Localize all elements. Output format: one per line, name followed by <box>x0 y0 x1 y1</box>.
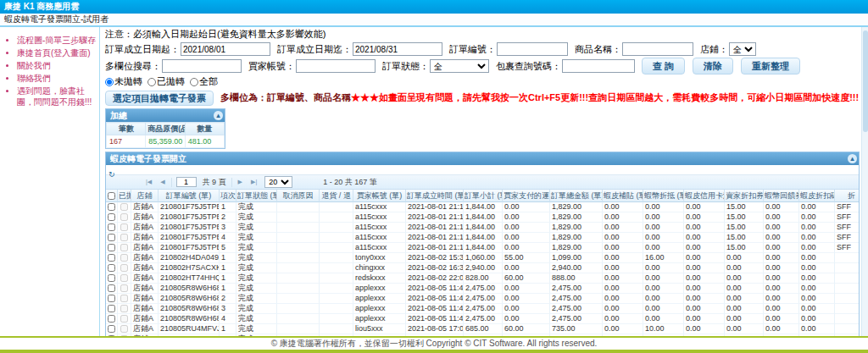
cell-cancel_reason <box>277 253 320 263</box>
row-select-checkbox[interactable] <box>108 203 115 211</box>
cell-subtotal: 2,475.00 <box>464 314 503 324</box>
collapse-icon[interactable]: ▴ <box>214 111 223 120</box>
row-select-checkbox[interactable] <box>108 274 115 282</box>
row-select-checkbox[interactable] <box>108 305 115 312</box>
cell-discount_code: 0.00 <box>799 284 835 294</box>
select-all-checkbox[interactable] <box>108 192 115 200</box>
cell-return_info <box>320 223 353 233</box>
row-select-checkbox[interactable] <box>108 325 115 333</box>
column-header[interactable]: 訂單狀態 (單) <box>236 190 277 202</box>
cell-credit_card: 0.00 <box>684 294 725 304</box>
totals-table: 筆數商品原價(品)數量 16785,359.00481.00 <box>106 122 225 148</box>
radio-input-1[interactable] <box>147 78 156 86</box>
row-select-checkbox[interactable] <box>108 223 115 231</box>
sidebar-item[interactable]: 康捷首頁(登入畫面) <box>17 47 97 58</box>
row-select-checkbox[interactable] <box>108 234 115 241</box>
row-select-checkbox[interactable] <box>108 213 115 221</box>
cell-discount_code: 0.00 <box>799 233 835 243</box>
row-select-checkbox[interactable] <box>108 254 115 262</box>
page-number-input[interactable] <box>176 177 197 187</box>
sidebar-item[interactable]: 聯絡我們 <box>17 73 97 84</box>
collapse-icon[interactable]: ▴ <box>848 154 857 163</box>
cell-status: 完成 <box>236 202 277 212</box>
refresh-icon[interactable]: ↻ <box>108 170 115 179</box>
column-header[interactable]: 退貨 / 退 <box>320 190 353 202</box>
column-header[interactable]: 賣家折扣券折 <box>725 190 764 202</box>
sidebar-item[interactable]: 遇到問題，臉書社團，問問題不用錢!!! <box>17 85 97 108</box>
cell-cancel_reason <box>277 233 320 243</box>
cell-extra: SFF <box>835 233 859 243</box>
product-name-input[interactable] <box>622 42 693 56</box>
order-status-select[interactable]: 全 <box>430 59 489 73</box>
row-select-checkbox[interactable] <box>108 284 115 292</box>
buyer-account-input[interactable] <box>296 59 376 73</box>
cell-status: 完成 <box>236 223 277 233</box>
radio-option-2[interactable]: 全部 <box>190 75 218 88</box>
prev-page-icon[interactable]: ◀ <box>156 179 169 185</box>
cell-coin_offset: 0.00 <box>643 263 684 273</box>
column-header[interactable]: 項次 <box>220 190 236 202</box>
column-header[interactable]: 取消原因 <box>277 190 320 202</box>
row-done-checkbox <box>120 284 128 292</box>
cell-cancel_reason <box>277 202 320 212</box>
sidebar-item[interactable]: 關於我們 <box>17 60 97 71</box>
radio-input-0[interactable] <box>105 78 114 86</box>
date-from-input[interactable] <box>181 42 270 56</box>
column-header[interactable]: 訂單小計 (單) <box>464 190 503 202</box>
totals-value: 167 <box>107 135 146 148</box>
multi-search-input[interactable] <box>162 59 242 73</box>
shop-select[interactable]: 全 <box>729 42 756 56</box>
row-select-checkbox[interactable] <box>108 295 115 302</box>
cell-seq: 1 <box>220 253 236 263</box>
search-button[interactable]: 查 詢 <box>642 58 685 74</box>
cell-status: 完成 <box>236 233 277 243</box>
order-no-input[interactable] <box>497 42 568 56</box>
package-no-input[interactable] <box>562 59 635 73</box>
row-done-checkbox <box>120 203 128 211</box>
column-header[interactable]: 店鋪 <box>131 190 159 202</box>
cell-created: 2021-08-05 11:4 <box>406 304 464 314</box>
radio-option-0[interactable]: 未拋轉 <box>105 75 142 88</box>
cell-ship_fee: 0.00 <box>503 263 550 273</box>
column-header[interactable]: 蝦皮補貼 (單) <box>603 190 643 202</box>
column-header[interactable]: 已拋 <box>118 190 131 202</box>
last-page-icon[interactable]: ▶| <box>247 179 261 185</box>
cell-subtotal: 1,060.00 <box>464 253 503 263</box>
column-header[interactable]: 訂單編號 (單) <box>159 190 220 202</box>
refresh-button[interactable]: 重新整理 <box>741 58 800 74</box>
cell-total: 2,475.00 <box>550 284 603 294</box>
date-to-input[interactable] <box>353 42 442 56</box>
row-select-checkbox[interactable] <box>108 264 115 272</box>
sidebar-item[interactable]: 流程圖-簡單三步驟存 <box>17 35 97 46</box>
grid-toolbar: ↻ <box>106 165 859 175</box>
column-header[interactable]: 買家帳號 (單) <box>353 190 406 202</box>
cell-return_info <box>320 233 353 243</box>
cell-seq: 1 <box>220 202 236 212</box>
column-header[interactable]: 蝦幣折抵 (單) <box>643 190 684 202</box>
column-header[interactable]: 訂單成立時間 (單) <box>406 190 464 202</box>
column-header[interactable]: 買家支付的運費 (單) <box>503 190 550 202</box>
row-select-checkbox[interactable] <box>108 244 115 251</box>
next-page-icon[interactable]: ▶ <box>234 179 247 185</box>
row-done-cell <box>118 294 131 304</box>
row-done-checkbox <box>120 213 128 221</box>
column-header[interactable]: 訂單總金額 (單) <box>550 190 603 202</box>
cell-coin_offset: 0.00 <box>643 212 684 223</box>
row-select-checkbox[interactable] <box>108 315 115 323</box>
transfer-invoice-button[interactable]: 選定項目拋轉電子發票 <box>105 91 214 106</box>
cell-return_info <box>320 202 353 212</box>
column-header[interactable]: 蝦皮折扣碼折 <box>799 190 835 202</box>
cell-total: 735.00 <box>550 324 603 334</box>
clear-button[interactable]: 清除 <box>693 58 733 74</box>
column-header[interactable]: 折 <box>835 190 859 202</box>
first-page-icon[interactable]: |◀ <box>142 179 156 185</box>
column-header[interactable]: 蝦皮信用卡活 <box>684 190 725 202</box>
cell-extra: SFF <box>835 223 859 233</box>
radio-option-1[interactable]: 已拋轉 <box>147 75 185 88</box>
column-header[interactable]: 蝦幣回饋券 <box>764 190 799 202</box>
radio-input-2[interactable] <box>190 78 198 86</box>
page-size-select[interactable]: 20 <box>264 176 292 188</box>
scrollbar-thumb[interactable] <box>863 30 868 132</box>
cell-order_no: 210805R8W6H68D <box>159 294 220 304</box>
sidebar: 流程圖-簡單三步驟存康捷首頁(登入畫面)關於我們聯絡我們遇到問題，臉書社團，問問… <box>0 27 100 336</box>
